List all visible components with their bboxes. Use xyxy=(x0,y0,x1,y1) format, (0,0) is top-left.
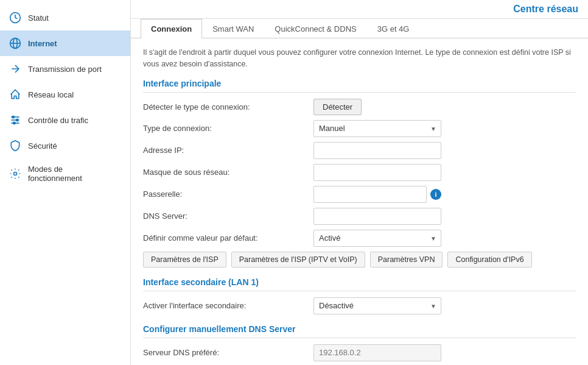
subnet-control: 255.255.255.0 xyxy=(313,164,441,181)
subnet-input[interactable]: 255.255.255.0 xyxy=(313,164,441,181)
content-area: Il s'agit de l'endroit à partir duquel v… xyxy=(131,38,588,365)
svg-point-8 xyxy=(16,119,18,121)
subnet-row: Masque de sous réseau: 255.255.255.0 xyxy=(143,164,576,181)
sidebar-item-controle[interactable]: Contrôle du trafic xyxy=(0,107,130,133)
sidebar-item-internet-label: Internet xyxy=(28,39,57,48)
connection-type-select-wrapper: Manuel PPPoE DHCP Statique ▼ xyxy=(313,120,441,137)
detect-button[interactable]: Détecter xyxy=(313,99,362,115)
tab-connexion[interactable]: Connexion xyxy=(141,19,202,38)
gateway-control: 192.168.0.1 i xyxy=(313,186,441,203)
detect-label: Détecter le type de connexion: xyxy=(143,102,313,112)
sidebar-item-securite-label: Sécurité xyxy=(28,141,57,151)
default-select-wrapper: Activé Désactivé ▼ xyxy=(313,230,441,247)
sidebar-item-securite[interactable]: Sécurité xyxy=(0,133,130,158)
ip-input[interactable]: 192.168.0.2 xyxy=(313,142,441,159)
sidebar-item-reseau-local[interactable]: Réseau local xyxy=(0,82,130,107)
default-control: Activé Désactivé ▼ xyxy=(313,230,441,247)
isp-iptv-voip-button[interactable]: Paramètres de l'ISP (IPTV et VoIP) xyxy=(231,252,365,268)
dns-manual-title: Configurer manuellement DNS Server xyxy=(143,324,576,338)
isp-params-button[interactable]: Paramètres de l'ISP xyxy=(143,252,226,268)
preferred-dns-label: Serveur DNS préféré: xyxy=(143,348,313,357)
enable-secondary-select-wrapper: Désactivé Activé ▼ xyxy=(313,297,441,314)
enable-secondary-select[interactable]: Désactivé Activé xyxy=(313,297,441,314)
default-select[interactable]: Activé Désactivé xyxy=(313,230,441,247)
connection-type-row: Type de connexion: Manuel PPPoE DHCP Sta… xyxy=(143,120,576,137)
gateway-input[interactable]: 192.168.0.1 xyxy=(313,186,427,203)
svg-point-10 xyxy=(14,172,17,175)
sidebar-item-transmission-label: Transmission de port xyxy=(28,65,102,74)
svg-point-9 xyxy=(13,122,15,124)
sidebar-item-internet[interactable]: Internet xyxy=(0,30,130,56)
sidebar-item-statut-label: Statut xyxy=(28,13,49,23)
description-text: Il s'agit de l'endroit à partir duquel v… xyxy=(143,47,576,70)
default-label: Définir comme valeur par défaut: xyxy=(143,233,313,243)
ip-label: Adresse IP: xyxy=(143,146,313,155)
connection-type-control: Manuel PPPoE DHCP Statique ▼ xyxy=(313,120,441,137)
sidebar-item-reseau-local-label: Réseau local xyxy=(28,90,74,99)
sidebar-item-controle-label: Contrôle du trafic xyxy=(28,116,88,125)
gateway-row: Passerelle: 192.168.0.1 i xyxy=(143,186,576,203)
enable-secondary-control: Désactivé Activé ▼ xyxy=(313,297,441,314)
arrow-icon xyxy=(9,62,22,76)
info-icon[interactable]: i xyxy=(430,189,441,200)
home-icon xyxy=(9,88,22,101)
tab-smart-wan[interactable]: Smart WAN xyxy=(202,19,264,38)
subnet-label: Masque de sous réseau: xyxy=(143,168,313,177)
shield-icon xyxy=(9,139,22,152)
preferred-dns-row: Serveur DNS préféré: xyxy=(143,344,576,361)
clock-icon xyxy=(9,11,22,24)
connection-type-select[interactable]: Manuel PPPoE DHCP Statique xyxy=(313,120,441,137)
ip-row: Adresse IP: 192.168.0.2 xyxy=(143,142,576,159)
ip-control: 192.168.0.2 xyxy=(313,142,441,159)
dns-manual-section: Configurer manuellement DNS Server Serve… xyxy=(143,324,576,361)
sidebar-item-modes[interactable]: Modes defonctionnement xyxy=(0,158,130,189)
ipv6-config-button[interactable]: Configuration d'IPv6 xyxy=(447,252,531,268)
sidebar: Statut Internet Transmission de port Rés… xyxy=(0,0,131,365)
vpn-params-button[interactable]: Paramètres VPN xyxy=(370,252,443,268)
interface-secondaire-title: Interface secondaire (LAN 1) xyxy=(143,277,576,291)
interface-secondaire-section: Interface secondaire (LAN 1) Activer l'i… xyxy=(143,277,576,314)
page-title: Centre réseau xyxy=(131,0,588,19)
default-row: Définir comme valeur par défaut: Activé … xyxy=(143,230,576,247)
dns-label: DNS Server: xyxy=(143,211,313,221)
enable-secondary-row: Activer l'interface secondaire: Désactiv… xyxy=(143,297,576,314)
main-content: Centre réseau Connexion Smart WAN QuickC… xyxy=(131,0,588,365)
interface-principale-title: Interface principale xyxy=(143,79,576,93)
interface-principale-section: Interface principale Détecter le type de… xyxy=(143,79,576,268)
connection-type-label: Type de connexion: xyxy=(143,124,313,133)
svg-point-7 xyxy=(12,116,14,118)
dns-control: 192.168.0.2 xyxy=(313,208,441,225)
isp-button-row: Paramètres de l'ISP Paramètres de l'ISP … xyxy=(143,252,576,268)
detect-control: Détecter xyxy=(313,99,441,115)
tab-bar: Connexion Smart WAN QuickConnect & DDNS … xyxy=(131,19,588,38)
gear-icon xyxy=(9,167,22,180)
globe-icon xyxy=(9,37,22,50)
enable-secondary-label: Activer l'interface secondaire: xyxy=(143,301,313,310)
preferred-dns-control xyxy=(313,344,441,361)
preferred-dns-input[interactable] xyxy=(313,344,441,361)
detect-row: Détecter le type de connexion: Détecter xyxy=(143,99,576,115)
dns-input[interactable]: 192.168.0.2 xyxy=(313,208,441,225)
gateway-label: Passerelle: xyxy=(143,190,313,199)
sidebar-item-transmission[interactable]: Transmission de port xyxy=(0,56,130,82)
tab-quickconnect[interactable]: QuickConnect & DDNS xyxy=(264,19,366,38)
sidebar-item-statut[interactable]: Statut xyxy=(0,5,130,30)
traffic-icon xyxy=(9,113,22,127)
sidebar-item-modes-label: Modes defonctionnement xyxy=(28,165,82,183)
dns-row: DNS Server: 192.168.0.2 xyxy=(143,208,576,225)
tab-3g-4g[interactable]: 3G et 4G xyxy=(367,19,420,38)
